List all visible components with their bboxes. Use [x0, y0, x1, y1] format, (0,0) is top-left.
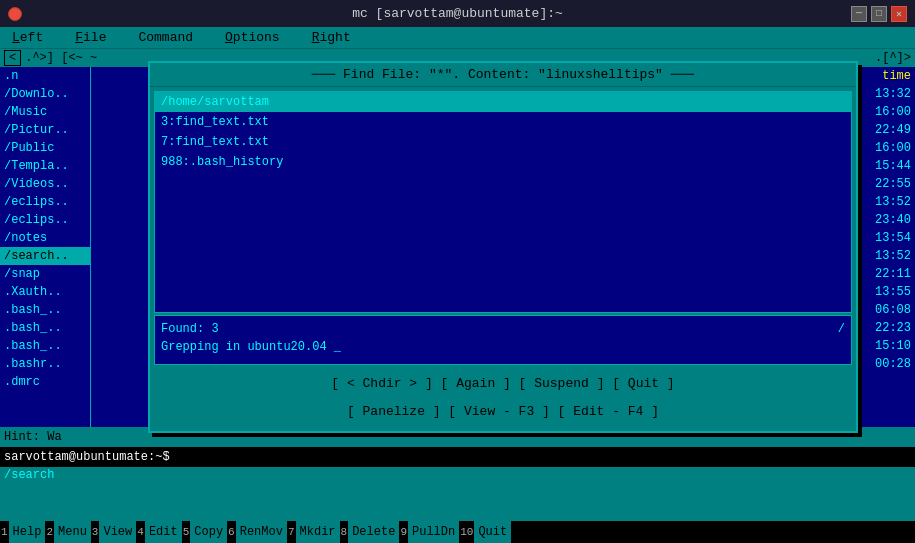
result-item-file[interactable]: 3:find_text.txt [155, 112, 851, 132]
edit-button[interactable]: Edit - F4 [565, 404, 651, 419]
dialog-title-text: Find File: "*". Content: "linuxshelltips… [343, 67, 663, 82]
fkey-edit[interactable]: Edit [145, 521, 182, 543]
main-area: .n /Downlo.. /Music /Pictur.. /Public /T… [0, 67, 915, 427]
fkey-num-10: 10 [459, 526, 474, 538]
close-button[interactable]: ✕ [891, 6, 907, 22]
bottom-path-text: /search [4, 468, 54, 482]
fkey-view[interactable]: View [99, 521, 136, 543]
panel-item[interactable]: /notes [0, 229, 90, 247]
fkey-num-3: 3 [91, 526, 100, 538]
panel-item[interactable]: /eclips.. [0, 211, 90, 229]
fkey-num-1: 1 [0, 526, 9, 538]
prompt-bar: sarvottam@ubuntumate:~$ [0, 447, 915, 467]
menu-right[interactable]: Right [308, 29, 355, 46]
dialog-buttons-row1: [ < Chdir > ] [ Again ] [ Suspend ] [ Qu… [154, 365, 852, 399]
found-label: Found: 3 [161, 322, 219, 336]
panel-item[interactable]: /Downlo.. [0, 85, 90, 103]
dialog-buttons-row2: [ Panelize ] [ View - F3 ] [ Edit - F4 ] [154, 399, 852, 427]
menu-command[interactable]: Command [134, 29, 197, 46]
quit-button[interactable]: Quit [620, 376, 667, 391]
right-panel: time 13:32 16:00 22:49 16:00 15:44 22:55… [91, 67, 915, 427]
prompt-text: sarvottam@ubuntumate:~$ [4, 450, 170, 464]
suspend-button[interactable]: Suspend [526, 376, 596, 391]
panel-item[interactable]: .bashr.. [0, 355, 90, 373]
left-panel: .n /Downlo.. /Music /Pictur.. /Public /T… [0, 67, 91, 427]
panel-item[interactable]: .bash_.. [0, 301, 90, 319]
fkey-num-7: 7 [287, 526, 296, 538]
fkey-num-9: 9 [399, 526, 408, 538]
fkey-quit[interactable]: Quit [474, 521, 511, 543]
result-item-dir[interactable]: /home/sarvottam [155, 92, 851, 112]
grepping-text: Grepping in ubuntu20.04 [161, 340, 327, 354]
panel-item[interactable]: /Music [0, 103, 90, 121]
again-button[interactable]: Again [448, 376, 503, 391]
window-title: mc [sarvottam@ubuntumate]:~ [0, 6, 915, 21]
dialog-body: /home/sarvottam 3:find_text.txt 7:find_t… [150, 87, 856, 431]
find-file-dialog: ─── Find File: "*". Content: "linuxshell… [148, 61, 858, 433]
result-item-file[interactable]: 988:.bash_history [155, 152, 851, 172]
cursor-indicator: _ [334, 340, 341, 354]
panel-item[interactable]: .bash_.. [0, 319, 90, 337]
panel-item[interactable]: .Xauth.. [0, 283, 90, 301]
panel-item[interactable]: /Videos.. [0, 175, 90, 193]
title-bar: mc [sarvottam@ubuntumate]:~ ─ □ ✕ [0, 0, 915, 27]
fkey-num-5: 5 [182, 526, 191, 538]
found-line: Found: 3 / [161, 320, 845, 338]
fkey-num-6: 6 [227, 526, 236, 538]
menu-options[interactable]: Options [221, 29, 284, 46]
fkey-num-8: 8 [340, 526, 349, 538]
slash-indicator: / [838, 320, 845, 338]
fkey-delete[interactable]: Delete [348, 521, 399, 543]
panel-item[interactable]: /Templa.. [0, 157, 90, 175]
menu-left[interactable]: Left [8, 29, 47, 46]
panel-item[interactable]: /snap [0, 265, 90, 283]
dialog-overlay: ─── Find File: "*". Content: "linuxshell… [91, 67, 915, 427]
panel-item[interactable]: /Public [0, 139, 90, 157]
chdir-button[interactable]: < Chdir > [339, 376, 425, 391]
result-list: /home/sarvottam 3:find_text.txt 7:find_t… [154, 91, 852, 313]
panelize-button[interactable]: Panelize [355, 404, 433, 419]
menu-file[interactable]: File [71, 29, 110, 46]
panel-item[interactable]: .dmrc [0, 373, 90, 391]
path-left: .^>] [<~ ~ [25, 51, 97, 65]
fkey-renmov[interactable]: RenMov [236, 521, 287, 543]
hint-text: Hint: Wa [4, 430, 62, 444]
dialog-title: ─── Find File: "*". Content: "linuxshell… [150, 63, 856, 87]
dialog-status: Found: 3 / Grepping in ubuntu20.04 _ [154, 315, 852, 365]
panel-item[interactable]: /eclips.. [0, 193, 90, 211]
back-button[interactable]: < [4, 50, 21, 66]
panel-item-search[interactable]: /search.. [0, 247, 90, 265]
fkey-copy[interactable]: Copy [190, 521, 227, 543]
path-right: .[^]> [875, 51, 911, 65]
close-dot[interactable] [8, 7, 22, 21]
menu-bar: Left File Command Options Right [0, 27, 915, 49]
panel-item[interactable]: .bash_.. [0, 337, 90, 355]
panel-item[interactable]: .n [0, 67, 90, 85]
window-controls: ─ □ ✕ [851, 6, 907, 22]
grepping-line: Grepping in ubuntu20.04 _ [161, 338, 845, 356]
fkey-pulldn[interactable]: PullDn [408, 521, 459, 543]
minimize-button[interactable]: ─ [851, 6, 867, 22]
result-item-file[interactable]: 7:find_text.txt [155, 132, 851, 152]
fkey-menu[interactable]: Menu [54, 521, 91, 543]
bottom-path: /search [0, 467, 915, 483]
fkey-bar: 1Help 2Menu 3View 4Edit 5Copy 6RenMov 7M… [0, 521, 915, 543]
fkey-help[interactable]: Help [9, 521, 46, 543]
panel-item[interactable]: /Pictur.. [0, 121, 90, 139]
fkey-num-4: 4 [136, 526, 145, 538]
maximize-button[interactable]: □ [871, 6, 887, 22]
view-button[interactable]: View - F3 [456, 404, 542, 419]
fkey-num-2: 2 [45, 526, 54, 538]
fkey-mkdir[interactable]: Mkdir [296, 521, 340, 543]
